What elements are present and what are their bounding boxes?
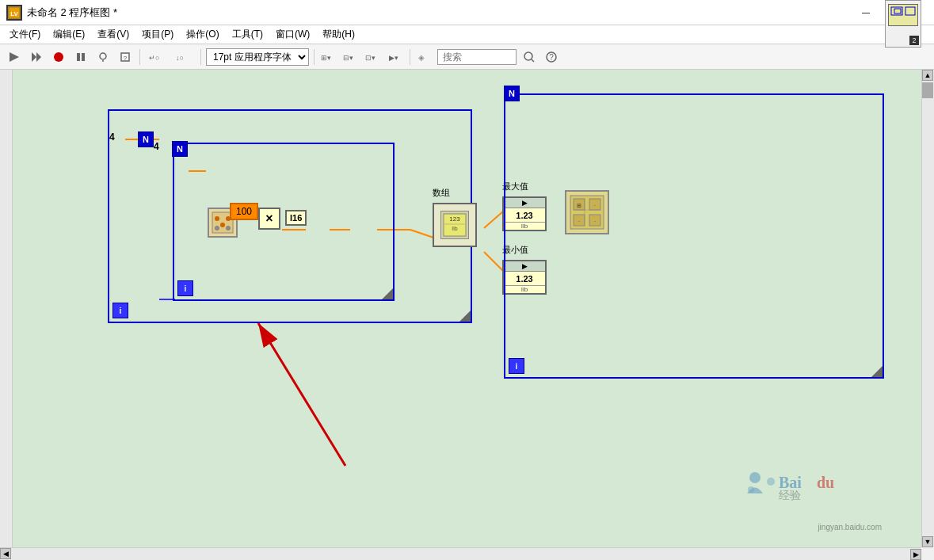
- menu-view[interactable]: 查看(V): [91, 26, 135, 43]
- svg-line-33: [484, 211, 504, 228]
- svg-marker-4: [36, 52, 41, 62]
- svg-point-37: [215, 216, 219, 221]
- toolbar-separator-2: [200, 49, 201, 65]
- app-icon: LV: [6, 5, 22, 21]
- watermark-url: jingyan.baidu.com: [818, 523, 882, 531]
- menu-bar: 文件(F) 编辑(E) 查看(V) 项目(P) 操作(O) 工具(T) 窗口(W…: [0, 25, 934, 44]
- right-i-terminal: i: [509, 358, 524, 374]
- outer-loop-corner: [459, 310, 471, 322]
- title-bar-left: LV 未命名 2 程序框图 *: [6, 5, 117, 21]
- svg-text:du: du: [817, 474, 834, 491]
- scrollbar-bottom[interactable]: ◀ ▶: [0, 547, 921, 560]
- run-button[interactable]: [5, 48, 24, 67]
- thumbnail-badge: 2: [909, 36, 919, 45]
- svg-point-61: [748, 486, 754, 493]
- svg-text:LV: LV: [10, 10, 18, 17]
- svg-text:↓○: ↓○: [176, 54, 184, 62]
- svg-marker-3: [32, 52, 36, 62]
- right-for-loop[interactable]: N ⊞ · · · i: [504, 93, 884, 379]
- right-loop-corner: [871, 366, 883, 377]
- svg-point-5: [54, 52, 63, 62]
- number-constant[interactable]: 100: [230, 203, 258, 220]
- svg-line-58: [258, 323, 345, 466]
- svg-marker-2: [10, 52, 19, 62]
- menu-project[interactable]: 项目(P): [135, 26, 180, 43]
- toolbar: ? ↵○ ↓○ 17pt 应用程序字体 ⊞▾ ⊟▾ ⊡▾ ▶▾ ◈: [0, 44, 934, 70]
- array-label: 数组: [433, 187, 450, 199]
- run-continuously-button[interactable]: [27, 48, 46, 67]
- svg-text:▶▾: ▶▾: [389, 54, 398, 62]
- light-bulb-button[interactable]: [93, 48, 112, 67]
- outer-for-loop[interactable]: 4 N × 100 I16: [108, 109, 472, 323]
- svg-point-38: [220, 223, 225, 227]
- highlight-button[interactable]: ◈: [415, 48, 434, 67]
- svg-point-40: [215, 226, 219, 230]
- svg-line-34: [484, 252, 504, 272]
- resize-button[interactable]: ⊡▾: [364, 48, 383, 67]
- watermark: Bai du 经验: [739, 466, 882, 516]
- svg-text:123: 123: [449, 215, 460, 223]
- menu-file[interactable]: 文件(F): [3, 26, 47, 43]
- inner-i-terminal: i: [177, 280, 193, 296]
- probe-button[interactable]: ?: [116, 48, 135, 67]
- svg-rect-6: [77, 53, 80, 61]
- help-button[interactable]: ?: [542, 48, 561, 67]
- svg-rect-24: [894, 9, 901, 13]
- pause-button[interactable]: [71, 48, 90, 67]
- type-cast-node[interactable]: I16: [285, 210, 307, 226]
- svg-text:Ilb: Ilb: [452, 226, 458, 231]
- toolbar-separator-4: [410, 49, 410, 65]
- step-into-button[interactable]: ↓○: [172, 48, 196, 67]
- svg-text:⊞▾: ⊞▾: [321, 54, 331, 62]
- inner-for-loop[interactable]: × 100 I16 i: [173, 143, 395, 301]
- order-button[interactable]: ▶▾: [386, 48, 405, 67]
- svg-text:·: ·: [594, 203, 596, 208]
- outer-i-terminal: i: [112, 303, 128, 318]
- svg-text:⊞: ⊞: [577, 203, 581, 208]
- inner-loop-corner: [382, 288, 393, 299]
- window-title: 未命名 2 程序框图 *: [27, 6, 117, 20]
- array-block[interactable]: 123 Ilb: [433, 203, 477, 247]
- right-n-terminal: N: [504, 86, 520, 101]
- thumbnail-panel[interactable]: 2: [885, 0, 921, 48]
- toolbar-separator-1: [139, 49, 140, 65]
- svg-point-8: [100, 53, 106, 59]
- svg-point-19: [524, 52, 532, 60]
- abort-button[interactable]: [49, 48, 68, 67]
- svg-line-20: [532, 59, 534, 62]
- step-over-button[interactable]: ↵○: [145, 48, 169, 67]
- thumbnail-view: [888, 4, 918, 26]
- lv-canvas[interactable]: 4 N 4 N ×: [13, 70, 921, 547]
- search-input[interactable]: [437, 49, 517, 65]
- red-arrow: [250, 315, 520, 474]
- minimize-button[interactable]: ─: [855, 5, 877, 21]
- menu-window[interactable]: 窗口(W): [269, 26, 316, 43]
- svg-text:?: ?: [549, 53, 554, 62]
- menu-operate[interactable]: 操作(O): [180, 26, 225, 43]
- toolbar-separator-3: [314, 49, 315, 65]
- menu-help[interactable]: 帮助(H): [316, 26, 361, 43]
- ruler-left: [0, 70, 13, 547]
- svg-point-41: [226, 226, 231, 230]
- menu-tools[interactable]: 工具(T): [226, 26, 269, 43]
- svg-text:◈: ◈: [418, 53, 425, 62]
- svg-text:⊡▾: ⊡▾: [365, 54, 376, 62]
- menu-edit[interactable]: 编辑(E): [47, 26, 91, 43]
- inner-count-value[interactable]: 4: [154, 141, 159, 152]
- svg-point-60: [767, 478, 775, 486]
- title-bar: LV 未命名 2 程序框图 * ─ □ ✕: [0, 0, 934, 25]
- align-button[interactable]: ⊞▾: [319, 48, 338, 67]
- distribute-button[interactable]: ⊟▾: [341, 48, 360, 67]
- svg-text:·: ·: [594, 219, 596, 224]
- svg-text:经验: 经验: [779, 490, 801, 501]
- font-selector[interactable]: 17pt 应用程序字体: [206, 48, 309, 66]
- svg-point-59: [749, 472, 761, 483]
- cluster-block[interactable]: ⊞ · · ·: [565, 190, 609, 234]
- search-button[interactable]: [520, 48, 539, 67]
- svg-text:?: ?: [124, 55, 128, 62]
- svg-text:↵○: ↵○: [149, 54, 159, 62]
- multiply-node[interactable]: ×: [258, 208, 280, 230]
- svg-text:⊟▾: ⊟▾: [343, 54, 353, 62]
- svg-text:·: ·: [578, 219, 580, 224]
- scrollbar-right[interactable]: ▲ ▼: [921, 70, 934, 547]
